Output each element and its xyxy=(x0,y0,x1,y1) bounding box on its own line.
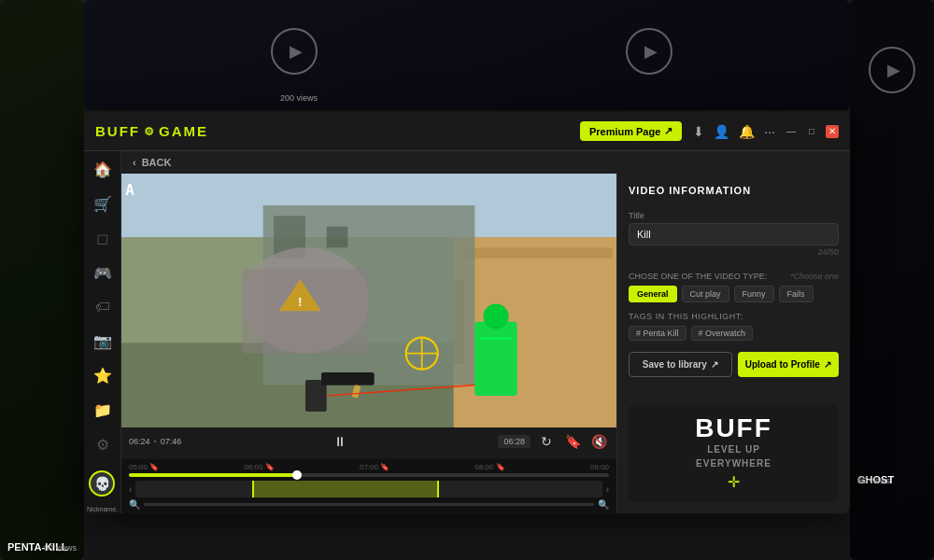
save-to-library-button[interactable]: Save to library ↗ xyxy=(629,352,732,377)
premium-page-button[interactable]: Premium Page ↗ xyxy=(580,121,682,141)
bg-card-right: ▶ GHOST 80 views xyxy=(850,0,934,560)
svg-rect-10 xyxy=(242,269,369,354)
timeline-markers: 05:00 🔖 06:00 🔖 07:00 🔖 08:00 🔖 09:00 xyxy=(129,463,609,471)
type-choose-text: *Choose one xyxy=(790,272,839,281)
clip-right-arrow[interactable]: › xyxy=(606,484,609,495)
type-chip-cutplay[interactable]: Cut play xyxy=(682,286,729,302)
type-chip-funny[interactable]: Funny xyxy=(734,286,774,302)
marker-1: 06:00 🔖 xyxy=(244,463,274,471)
video-panel: ! xyxy=(121,174,616,513)
sidebar: 🏠 🛒 ◻ 🎮 🏷 📷 ⭐ 📁 ⚙ 💀 Nickname. Premium ● … xyxy=(84,151,121,513)
app-logo: BUFF ⚙ GAME xyxy=(95,123,580,139)
zoom-bar[interactable] xyxy=(144,503,594,506)
title-input[interactable] xyxy=(629,223,839,245)
right-controls: 06:28 ↻ 🔖 🔇 xyxy=(498,431,609,452)
sidebar-item-shop[interactable]: 🛒 xyxy=(90,195,116,213)
loop-button[interactable]: ↻ xyxy=(536,431,557,452)
clip-left-arrow[interactable]: ‹ xyxy=(129,484,132,495)
svg-text:!: ! xyxy=(298,295,303,309)
type-chip-general[interactable]: General xyxy=(629,286,677,302)
sidebar-item-camera[interactable]: 📷 xyxy=(90,332,116,350)
premium-label: Premium Page xyxy=(589,126,660,137)
buff-tagline-1: LEVEL UP xyxy=(640,443,828,455)
video-display: ! xyxy=(121,174,616,427)
svg-rect-4 xyxy=(464,247,613,258)
timeline-progress xyxy=(129,473,297,477)
volume-button[interactable]: 🔇 xyxy=(588,431,609,452)
username-label: Nickname. xyxy=(87,506,118,512)
save-label: Save to library xyxy=(643,359,707,370)
svg-text:A: A xyxy=(125,181,134,199)
sidebar-item-tags[interactable]: 🏷 xyxy=(90,299,116,315)
time-display: 06:24 • 07:46 xyxy=(129,437,181,446)
timeline-thumb[interactable] xyxy=(292,470,302,480)
sidebar-item-game[interactable]: 🎮 xyxy=(90,264,116,282)
more-icon[interactable]: ··· xyxy=(764,124,775,139)
app-body: 🏠 🛒 ◻ 🎮 🏷 📷 ⭐ 📁 ⚙ 💀 Nickname. Premium ● … xyxy=(84,151,850,513)
type-chip-fails[interactable]: Fails xyxy=(779,286,814,302)
avatar[interactable]: 💀 xyxy=(89,470,115,497)
sidebar-item-home[interactable]: 🏠 xyxy=(90,161,116,178)
main-content: ‹ BACK xyxy=(121,151,850,513)
bg-card-left: PENTA-KILL 80 views xyxy=(0,0,84,560)
bg-views-top: 200 views xyxy=(280,93,318,103)
marker-3: 08:00 🔖 xyxy=(474,463,504,471)
bell-icon[interactable]: 🔔 xyxy=(739,124,755,139)
logo-text: BUFF xyxy=(95,123,140,139)
bookmark-button[interactable]: 🔖 xyxy=(562,431,583,452)
back-arrow-icon: ‹ xyxy=(133,157,136,168)
clip-range-bar[interactable] xyxy=(135,481,601,497)
buff-tagline-2: EVERYWHERE xyxy=(640,457,828,469)
controls-row: 06:24 • 07:46 ⏸ 06:28 ↻ 🔖 � xyxy=(129,431,609,452)
premium-arrow-icon: ↗ xyxy=(664,125,672,137)
zoom-in-icon[interactable]: 🔍 xyxy=(598,499,609,510)
title-input-label: Title xyxy=(629,211,839,220)
tag-penta-kill[interactable]: # Penta Kill xyxy=(629,326,686,341)
title-bar: BUFF ⚙ GAME Premium Page ↗ ⬇ 👤 🔔 ··· — □… xyxy=(84,112,850,151)
timeline-wrapper: 05:00 🔖 06:00 🔖 07:00 🔖 08:00 🔖 09:00 ‹ xyxy=(121,459,616,513)
minimize-button[interactable]: — xyxy=(785,125,798,138)
video-controls: 06:24 • 07:46 ⏸ 06:28 ↻ 🔖 � xyxy=(121,427,616,459)
sidebar-item-star[interactable]: ⭐ xyxy=(90,367,116,385)
info-section-title: VIDEO INFORMATION xyxy=(629,185,839,196)
timeline-track[interactable] xyxy=(129,473,609,477)
sidebar-item-settings[interactable]: ⚙ xyxy=(90,436,116,454)
bg-views-penta: 80 views xyxy=(44,543,77,553)
maximize-button[interactable]: □ xyxy=(805,125,818,138)
svg-rect-17 xyxy=(321,372,375,385)
playback-controls: ⏸ xyxy=(330,431,350,452)
time-start: 06:24 xyxy=(129,437,150,446)
title-input-group: Title 24/50 xyxy=(629,211,839,257)
svg-rect-15 xyxy=(480,338,512,340)
buff-logo-section: BUFF LEVEL UP EVERYWHERE ✛ xyxy=(629,404,839,502)
pause-button[interactable]: ⏸ xyxy=(330,431,350,452)
video-type-label: CHOSE ONE OF THE VIDEO TYPE: *Choose one xyxy=(629,272,839,281)
logo-gear-icon: ⚙ xyxy=(144,125,155,138)
clip-range-row: ‹ › xyxy=(129,481,609,497)
svg-rect-13 xyxy=(474,322,517,396)
tags-label: TAGS IN THIS HIGHLIGHT: xyxy=(629,312,839,321)
marker-4: 09:00 xyxy=(590,463,609,471)
action-buttons: Save to library ↗ Upload to Profile ↗ xyxy=(629,352,839,377)
type-label-text: CHOSE ONE OF THE VIDEO TYPE: xyxy=(629,272,767,281)
sidebar-item-clips[interactable]: ◻ xyxy=(90,230,116,247)
close-button[interactable]: ✕ xyxy=(826,125,839,138)
bg-views-ghost: 80 views xyxy=(857,476,890,485)
time-separator: • xyxy=(154,437,157,446)
tags-group: TAGS IN THIS HIGHLIGHT: # Penta Kill # O… xyxy=(629,312,839,341)
back-nav[interactable]: ‹ BACK xyxy=(121,151,850,174)
marker-0: 05:00 🔖 xyxy=(129,463,159,471)
tags-row: # Penta Kill # Overwatch xyxy=(629,326,839,341)
video-type-group: CHOSE ONE OF THE VIDEO TYPE: *Choose one… xyxy=(629,272,839,302)
zoom-out-icon[interactable]: 🔍 xyxy=(129,499,140,510)
type-chips: General Cut play Funny Fails xyxy=(629,286,839,302)
download-icon[interactable]: ⬇ xyxy=(693,124,704,139)
sidebar-item-folder[interactable]: 📁 xyxy=(90,401,116,419)
content-area: ! xyxy=(121,174,850,513)
upload-to-profile-button[interactable]: Upload to Profile ↗ xyxy=(738,352,840,377)
back-label: BACK xyxy=(142,157,172,168)
tag-overwatch[interactable]: # Overwatch xyxy=(691,326,754,341)
svg-rect-8 xyxy=(327,227,348,248)
game-scene-svg: ! xyxy=(121,174,616,427)
profile-icon[interactable]: 👤 xyxy=(714,124,729,139)
